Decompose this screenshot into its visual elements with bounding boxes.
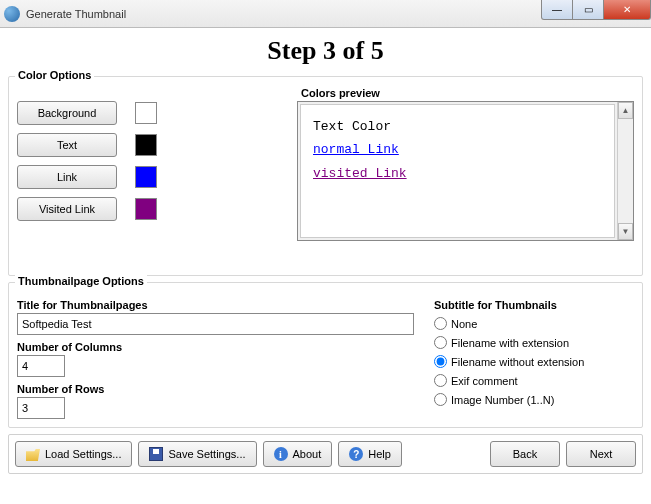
scroll-up-icon[interactable]: ▲ [618, 102, 633, 119]
radio-with-ext-input[interactable] [434, 336, 447, 349]
radio-without-ext-input[interactable] [434, 355, 447, 368]
preview-scrollbar[interactable]: ▲ ▼ [617, 102, 634, 240]
colors-preview-label: Colors preview [297, 87, 634, 99]
back-button[interactable]: Back [490, 441, 560, 467]
save-settings-button[interactable]: Save Settings... [138, 441, 256, 467]
visited-link-swatch[interactable] [135, 198, 157, 220]
next-button[interactable]: Next [566, 441, 636, 467]
radio-none-input[interactable] [434, 317, 447, 330]
about-button[interactable]: iAbout [263, 441, 333, 467]
radio-imgnum[interactable]: Image Number (1..N) [434, 393, 634, 406]
help-icon: ? [349, 447, 363, 461]
preview-text-line: Text Color [313, 119, 391, 134]
title-input[interactable] [17, 313, 414, 335]
color-buttons-column: Background Text Link Visited Link [17, 87, 297, 267]
colors-preview-content: Text Color normal Link visited Link [300, 104, 615, 238]
help-button[interactable]: ?Help [338, 441, 402, 467]
radio-with-ext[interactable]: Filename with extension [434, 336, 634, 349]
step-title: Step 3 of 5 [8, 36, 643, 66]
info-icon: i [274, 447, 288, 461]
radio-exif[interactable]: Exif comment [434, 374, 634, 387]
background-swatch[interactable] [135, 102, 157, 124]
titlebar: Generate Thumbnail — ▭ ✕ [0, 0, 651, 28]
content-area: Step 3 of 5 Color Options Background Tex… [0, 28, 651, 482]
text-color-button[interactable]: Text [17, 133, 117, 157]
text-swatch[interactable] [135, 134, 157, 156]
radio-without-ext[interactable]: Filename without extension [434, 355, 634, 368]
bottom-toolbar: Load Settings... Save Settings... iAbout… [8, 434, 643, 474]
thumbnailpage-options-group: Thumbnailpage Options Title for Thumbnai… [8, 282, 643, 428]
preview-normal-link[interactable]: normal Link [313, 138, 602, 161]
maximize-button[interactable]: ▭ [572, 0, 604, 20]
radio-imgnum-input[interactable] [434, 393, 447, 406]
link-swatch[interactable] [135, 166, 157, 188]
visited-link-color-button[interactable]: Visited Link [17, 197, 117, 221]
columns-label: Number of Columns [17, 341, 414, 353]
subtitle-radio-group: None Filename with extension Filename wi… [434, 317, 634, 406]
link-color-button[interactable]: Link [17, 165, 117, 189]
minimize-button[interactable]: — [541, 0, 573, 20]
window-buttons: — ▭ ✕ [542, 0, 651, 20]
colors-preview-box: Text Color normal Link visited Link ▲ ▼ [297, 101, 634, 241]
scroll-down-icon[interactable]: ▼ [618, 223, 633, 240]
color-options-legend: Color Options [15, 69, 94, 81]
colors-preview-wrap: Colors preview Text Color normal Link vi… [297, 87, 634, 267]
floppy-disk-icon [149, 447, 163, 461]
thumbnailpage-options-legend: Thumbnailpage Options [15, 275, 147, 287]
subtitle-label: Subtitle for Thumbnails [434, 299, 634, 311]
load-settings-button[interactable]: Load Settings... [15, 441, 132, 467]
close-button[interactable]: ✕ [603, 0, 651, 20]
window-title: Generate Thumbnail [26, 8, 126, 20]
app-icon [4, 6, 20, 22]
title-label: Title for Thumbnailpages [17, 299, 414, 311]
radio-none[interactable]: None [434, 317, 634, 330]
rows-label: Number of Rows [17, 383, 414, 395]
radio-exif-input[interactable] [434, 374, 447, 387]
folder-open-icon [26, 447, 40, 461]
columns-input[interactable] [17, 355, 65, 377]
color-options-group: Color Options Background Text Link Visit… [8, 76, 643, 276]
preview-visited-link[interactable]: visited Link [313, 162, 602, 185]
background-color-button[interactable]: Background [17, 101, 117, 125]
rows-input[interactable] [17, 397, 65, 419]
